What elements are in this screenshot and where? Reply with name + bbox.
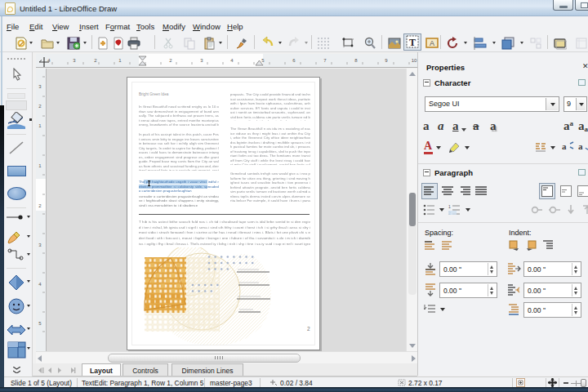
svg-text:2: 2: [94, 58, 97, 63]
svg-text:1: 1: [118, 58, 122, 63]
svg-text:1: 1: [38, 123, 42, 128]
svg-text:8: 8: [354, 58, 358, 63]
svg-text:6: 6: [292, 58, 296, 63]
svg-text:1: 1: [448, 204, 451, 209]
svg-text:3: 3: [200, 58, 203, 63]
svg-text:4: 4: [230, 58, 234, 63]
svg-text:1: 1: [38, 163, 42, 168]
svg-text:4: 4: [38, 282, 42, 287]
svg-text:T: T: [409, 37, 416, 48]
svg-text:A: A: [430, 39, 434, 47]
svg-text:2: 2: [38, 104, 42, 109]
svg-text:2: 2: [38, 203, 42, 208]
svg-text:a: a: [562, 141, 567, 151]
svg-text:10: 10: [412, 58, 417, 63]
svg-text:2: 2: [169, 58, 172, 63]
svg-text:5: 5: [261, 58, 265, 63]
svg-text:3: 3: [73, 58, 76, 63]
svg-text:3: 3: [38, 243, 42, 247]
svg-text:3: 3: [38, 84, 42, 89]
svg-text:5: 5: [38, 321, 42, 326]
svg-text:7: 7: [323, 58, 327, 63]
svg-text:a: a: [578, 141, 583, 151]
svg-text:9: 9: [385, 58, 388, 63]
